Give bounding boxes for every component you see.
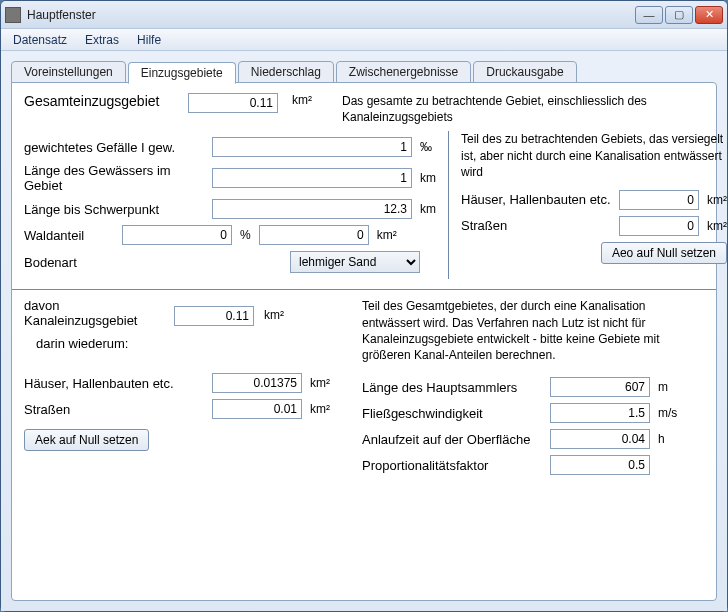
close-button[interactable]: ✕: [695, 6, 723, 24]
maximize-button[interactable]: ▢: [665, 6, 693, 24]
gesamteinzugsgebiet-label: Gesamteinzugsgebiet: [24, 93, 174, 109]
anlauf-label: Anlaufzeit auf der Oberfläche: [362, 432, 542, 447]
aeo-null-button[interactable]: Aeo auf Null setzen: [601, 242, 727, 264]
divider: [12, 289, 716, 290]
laenge-schwerpunkt-unit: km: [420, 202, 436, 216]
hauptsammler-input[interactable]: [550, 377, 650, 397]
aek-null-button[interactable]: Aek auf Null setzen: [24, 429, 149, 451]
gesamteinzugsgebiet-row: Gesamteinzugsgebiet km² Das gesamte zu b…: [24, 93, 704, 125]
prop-label: Proportionalitätsfaktor: [362, 458, 542, 473]
strassen-aek-input[interactable]: [212, 399, 302, 419]
prop-input[interactable]: [550, 455, 650, 475]
gesamteinzugsgebiet-input[interactable]: [188, 93, 278, 113]
kanal-desc: Teil des Gesamtgebietes, der durch eine …: [362, 298, 704, 363]
window-buttons: — ▢ ✕: [635, 6, 723, 24]
tab-zwischenergebnisse[interactable]: Zwischenergebnisse: [336, 61, 471, 83]
main-window: Hauptfenster — ▢ ✕ Datensatz Extras Hilf…: [0, 0, 728, 612]
gesamteinzugsgebiet-desc: Das gesamte zu betrachtende Gebiet, eins…: [342, 93, 704, 125]
davon-label1: davon: [24, 298, 164, 313]
fliess-input[interactable]: [550, 403, 650, 423]
tab-niederschlag[interactable]: Niederschlag: [238, 61, 334, 83]
upper-left-column: gewichtetes Gefälle I gew. ‰ Länge des G…: [24, 131, 448, 279]
gesamteinzugsgebiet-unit: km²: [292, 93, 328, 107]
strassen-aek-label: Straßen: [24, 402, 204, 417]
titlebar: Hauptfenster — ▢ ✕: [1, 1, 727, 29]
tab-druckausgabe[interactable]: Druckausgabe: [473, 61, 576, 83]
menu-extras[interactable]: Extras: [77, 31, 127, 49]
gefaelle-input[interactable]: [212, 137, 412, 157]
versiegelt-desc: Teil des zu betrachtenden Gebiets, das v…: [461, 131, 727, 180]
kanaleinzugsgebiet-unit: km²: [264, 308, 284, 322]
upper-split: gewichtetes Gefälle I gew. ‰ Länge des G…: [24, 131, 704, 279]
strassen-aeo-unit: km²: [707, 219, 727, 233]
haeuser-aek-unit: km²: [310, 376, 330, 390]
fliess-label: Fließgeschwindigkeit: [362, 406, 542, 421]
bodenart-select[interactable]: lehmiger Sand: [290, 251, 420, 273]
waldanteil-area-unit: km²: [377, 228, 397, 242]
menu-datensatz[interactable]: Datensatz: [5, 31, 75, 49]
strassen-aeo-label: Straßen: [461, 218, 611, 233]
laenge-gewaesser-input[interactable]: [212, 168, 412, 188]
app-icon: [5, 7, 21, 23]
darin-wiederum-label: darin wiederum:: [36, 336, 344, 351]
tabstrip: Voreinstellungen Einzugsgebiete Niedersc…: [11, 59, 717, 83]
laenge-schwerpunkt-label: Länge bis Schwerpunkt: [24, 202, 204, 217]
lower-left-column: davon Kanaleinzugsgebiet km² darin wiede…: [24, 298, 344, 481]
bodenart-label: Bodenart: [24, 255, 204, 270]
laenge-gewaesser-unit: km: [420, 171, 436, 185]
lower-split: davon Kanaleinzugsgebiet km² darin wiede…: [24, 298, 704, 481]
gefaelle-unit: ‰: [420, 140, 432, 154]
tab-einzugsgebiete[interactable]: Einzugsgebiete: [128, 62, 236, 84]
laenge-gewaesser-label: Länge des Gewässers im Gebiet: [24, 163, 204, 193]
menu-hilfe[interactable]: Hilfe: [129, 31, 169, 49]
gefaelle-label: gewichtetes Gefälle I gew.: [24, 140, 204, 155]
menubar: Datensatz Extras Hilfe: [1, 29, 727, 51]
haeuser-aeo-input[interactable]: [619, 190, 699, 210]
waldanteil-percent-input[interactable]: [122, 225, 232, 245]
window-title: Hauptfenster: [27, 8, 635, 22]
waldanteil-label: Waldanteil: [24, 228, 114, 243]
lower-right-column: Teil des Gesamtgebietes, der durch eine …: [362, 298, 704, 481]
haeuser-aeo-unit: km²: [707, 193, 727, 207]
strassen-aek-unit: km²: [310, 402, 330, 416]
davon-label2: Kanaleinzugsgebiet: [24, 313, 164, 328]
fliess-unit: m/s: [658, 406, 677, 420]
anlauf-input[interactable]: [550, 429, 650, 449]
tab-voreinstellungen[interactable]: Voreinstellungen: [11, 61, 126, 83]
waldanteil-pct-unit: %: [240, 228, 251, 242]
minimize-button[interactable]: —: [635, 6, 663, 24]
laenge-schwerpunkt-input[interactable]: [212, 199, 412, 219]
strassen-aeo-input[interactable]: [619, 216, 699, 236]
content-area: Voreinstellungen Einzugsgebiete Niedersc…: [1, 51, 727, 611]
waldanteil-area-input[interactable]: [259, 225, 369, 245]
hauptsammler-unit: m: [658, 380, 668, 394]
haeuser-aek-input[interactable]: [212, 373, 302, 393]
hauptsammler-label: Länge des Hauptsammlers: [362, 380, 542, 395]
haeuser-aeo-label: Häuser, Hallenbauten etc.: [461, 192, 611, 207]
anlauf-unit: h: [658, 432, 665, 446]
haeuser-aek-label: Häuser, Hallenbauten etc.: [24, 376, 204, 391]
kanaleinzugsgebiet-input[interactable]: [174, 306, 254, 326]
tab-panel: Gesamteinzugsgebiet km² Das gesamte zu b…: [11, 82, 717, 601]
upper-right-column: Teil des zu betrachtenden Gebiets, das v…: [448, 131, 727, 279]
